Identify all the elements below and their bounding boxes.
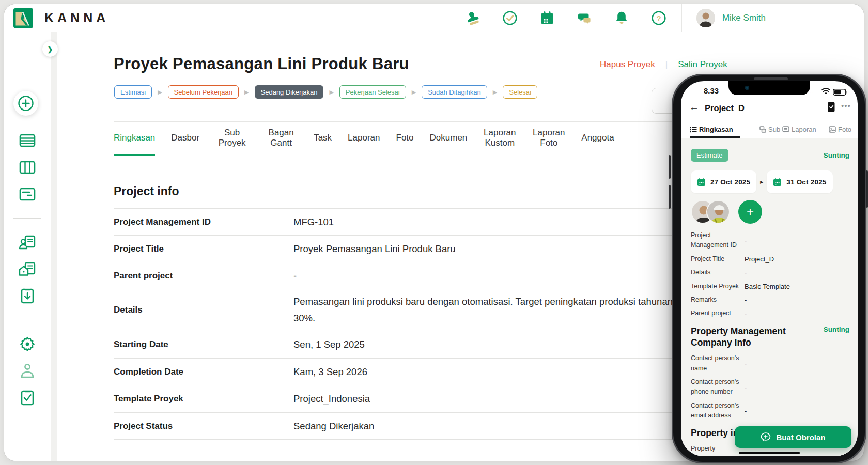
table-row: Starting Date Sen, 1 Sep 2025 [114, 331, 677, 359]
phone-tab-laporan[interactable]: Laporan [782, 126, 816, 133]
field-row: Project Title Project_D [691, 254, 849, 264]
bell-icon[interactable] [614, 10, 629, 26]
phone-status-badge[interactable]: Estimate [691, 149, 729, 162]
help-icon[interactable]: ? [651, 10, 667, 26]
svg-text:?: ? [656, 14, 661, 23]
row-value: Project_Indonesia [293, 393, 370, 405]
phone-page-title: Project_D [705, 103, 745, 113]
tab-sub-proyek[interactable]: Sub Proyek [215, 121, 249, 154]
row-label: Project Status [114, 421, 293, 431]
section-title: Property Management Company Info [691, 326, 799, 349]
kanna-logo-icon [13, 8, 33, 28]
chat-icon[interactable] [577, 10, 592, 26]
project-info-table: Project Management ID MFG-101 Project Ti… [114, 208, 677, 440]
tab-bagan-gantt[interactable]: Bagan Gantt [265, 121, 298, 154]
sub-project-icon [760, 126, 766, 133]
status-step-estimasi[interactable]: Estimasi [114, 85, 152, 99]
edit-link[interactable]: Sunting [824, 151, 849, 159]
tab-laporan-kustom[interactable]: Laporan Kustom [483, 121, 516, 154]
sidebar-item-board-icon[interactable] [18, 158, 37, 177]
phone-members: + [691, 200, 849, 224]
header-divider [681, 4, 682, 32]
status-step-selesai[interactable]: Selesai [503, 85, 537, 99]
field-label: Contact person's phone number [691, 377, 745, 397]
phone-tab-foto[interactable]: Foto [829, 126, 851, 133]
tab-task[interactable]: Task [314, 121, 332, 154]
field-value: Project_D [745, 255, 774, 263]
delete-project-link[interactable]: Hapus Proyek [600, 59, 655, 70]
sidebar-item-property-doc-icon[interactable] [18, 260, 37, 278]
phone-notch [729, 81, 810, 95]
row-value: MFG-101 [293, 216, 334, 228]
tab-ringkasan[interactable]: Ringkasan [114, 121, 155, 154]
row-label: Details [114, 305, 293, 315]
phone-field-list: Contact person's name - Contact person's… [691, 353, 849, 421]
status-step-sedang-dikerjakan[interactable]: Sedang Dikerjakan [255, 85, 324, 99]
field-label: Parent project [691, 308, 745, 318]
field-label: Template Proyek [691, 282, 745, 291]
field-label: Details [691, 268, 745, 277]
sidebar-item-settings-gear-icon[interactable] [18, 335, 37, 353]
sidebar-item-clipboard-download-icon[interactable] [18, 287, 37, 305]
tab-laporan[interactable]: Laporan [348, 121, 380, 154]
sidebar-item-person-icon[interactable] [18, 362, 37, 380]
tab-foto[interactable]: Foto [396, 121, 414, 154]
sidebar-item-rows-icon[interactable] [18, 131, 37, 150]
member-avatar[interactable] [706, 200, 730, 224]
cellular-signal-icon: ∙∙∙∙ [805, 89, 814, 95]
action-separator: | [665, 59, 668, 70]
page-title: Proyek Pemasangan Lini Produk Baru [114, 55, 409, 73]
sidebar-item-member-doc-icon[interactable] [18, 233, 37, 252]
step-arrow-icon: ▶ [412, 89, 416, 96]
stamp-icon[interactable] [465, 10, 481, 26]
end-date-card[interactable]: 31 Oct 2025 [767, 171, 832, 193]
phone-field-list: Project Management ID - Project Title Pr… [691, 230, 849, 319]
row-value: Sedang Dikerjakan [293, 421, 374, 432]
user-name[interactable]: Mike Smith [722, 13, 766, 23]
brand: KANNA [4, 8, 109, 28]
phone-date-range: 27 Oct 2025 ▸ 31 Oct 2025 [691, 171, 849, 193]
user-avatar[interactable] [696, 9, 715, 27]
sidebar-divider [13, 218, 41, 219]
status-step-sebelum-pekerjaan[interactable]: Sebelum Pekerjaan [168, 85, 239, 99]
sidebar-add-button[interactable] [13, 91, 38, 116]
field-row: Parent project - [691, 308, 849, 318]
row-value: Proyek Pemasangan Lini Produk Baru [293, 243, 456, 255]
table-row: Completion Date Kam, 3 Sep 2026 [114, 359, 677, 385]
status-step-pekerjaan-selesai[interactable]: Pekerjaan Selesai [339, 85, 406, 99]
field-row: Details - [691, 268, 849, 277]
tab-laporan-foto[interactable]: Laporan Foto [532, 121, 565, 154]
field-value: - [745, 383, 747, 391]
edit-link[interactable]: Sunting [824, 326, 849, 349]
tab-dasbor[interactable]: Dasbor [171, 121, 199, 154]
row-value: Sen, 1 Sep 2025 [293, 339, 365, 350]
phone-section-header: Property Management Company Info Sunting [691, 326, 849, 349]
phone-volume-down-button [669, 185, 671, 209]
chat-plus-icon [761, 432, 771, 442]
more-options-icon[interactable]: ••• [841, 101, 851, 110]
phone-tab-sub[interactable]: Sub [760, 126, 780, 133]
home-indicator[interactable] [739, 452, 800, 454]
phone-tab-ringkasan[interactable]: Ringkasan [690, 126, 733, 133]
field-row: Contact person's phone number - [691, 377, 849, 397]
status-step-sudah-ditagihkan[interactable]: Sudah Ditagihkan [422, 85, 487, 99]
tab-anggota[interactable]: Anggota [581, 121, 614, 154]
report-bubble-icon [782, 126, 789, 133]
add-member-button[interactable]: + [738, 200, 762, 224]
tab-dokumen[interactable]: Dokumen [430, 121, 468, 154]
tab-bar: Ringkasan Dasbor Sub Proyek Bagan Gantt … [114, 121, 677, 154]
create-chat-button[interactable]: Buat Obrolan [735, 426, 851, 448]
field-row: Contact person's name - [691, 353, 849, 374]
field-value: Basic Template [745, 283, 790, 290]
back-arrow-icon[interactable]: ← [689, 102, 699, 113]
calendar-icon[interactable] [539, 10, 555, 26]
device-check-icon[interactable] [828, 102, 835, 112]
user-menu[interactable]: Mike Smith [696, 4, 766, 32]
start-date-card[interactable]: 27 Oct 2025 [691, 171, 756, 193]
sidebar-expand-button[interactable]: ❯ [42, 41, 58, 57]
sidebar-item-card-icon[interactable] [18, 185, 37, 204]
photo-icon [829, 126, 836, 133]
sidebar-item-clipboard-check-icon[interactable] [18, 389, 37, 407]
copy-project-link[interactable]: Salin Proyek [678, 59, 727, 70]
check-circle-icon[interactable] [502, 10, 518, 26]
